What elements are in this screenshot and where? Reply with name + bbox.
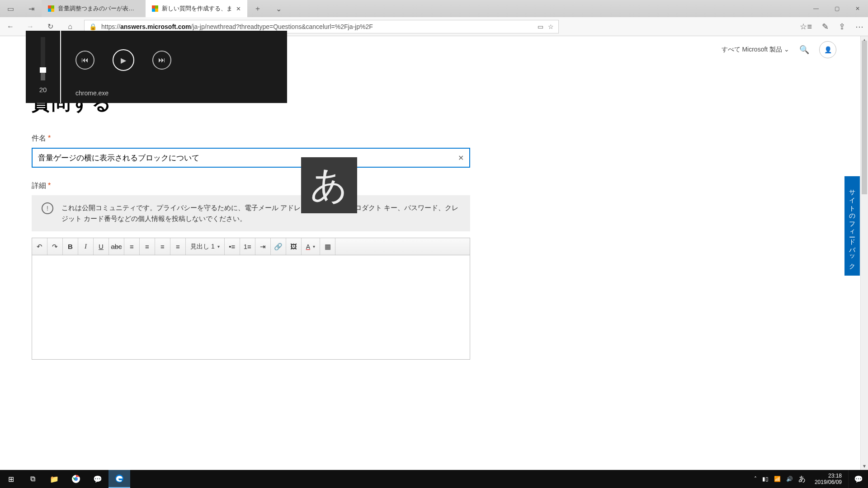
battery-icon[interactable]: ▮▯: [762, 476, 769, 482]
favorite-star-icon[interactable]: ☆: [548, 23, 554, 30]
image-button[interactable]: 🖼: [286, 238, 302, 255]
indent-button[interactable]: ⇥: [255, 238, 271, 255]
tab-close-icon[interactable]: ✕: [236, 5, 241, 12]
task-view-button[interactable]: ⧉: [22, 470, 43, 488]
avatar[interactable]: 👤: [819, 41, 836, 58]
start-button[interactable]: ⊞: [0, 470, 22, 488]
vertical-scrollbar[interactable]: ▲ ▼: [860, 36, 868, 470]
window-titlebar: ▭ ⇥ 音量調整つまみのバーが表示さ 新しい質問を作成する、ま ✕ ＋ ⌄ — …: [0, 0, 868, 17]
back-button[interactable]: ←: [5, 23, 16, 31]
editor-toolbar: ↶ ↷ B I U abc ≡ ≡ ≡ ≡ 見出し 1▾ •≡ 1≡ ⇥ 🔗 🖼…: [32, 238, 470, 255]
undo-button[interactable]: ↶: [32, 238, 47, 255]
info-icon: !: [42, 202, 53, 214]
home-button[interactable]: ⌂: [64, 23, 76, 31]
close-button[interactable]: ✕: [847, 0, 868, 17]
wifi-icon[interactable]: 📶: [774, 476, 781, 482]
tab-preview-icon[interactable]: ▭: [0, 5, 21, 13]
taskbar-clock[interactable]: 23:18 2019/06/09: [811, 473, 845, 486]
refresh-button[interactable]: ↻: [44, 22, 56, 31]
window-controls: — ▢ ✕: [806, 0, 868, 17]
maximize-button[interactable]: ▢: [826, 0, 847, 17]
tray-overflow-icon[interactable]: ˄: [754, 476, 757, 482]
minimize-button[interactable]: —: [806, 0, 826, 17]
media-volume-overlay: 20 ⏮ ▶ ⏭ chrome.exe: [26, 31, 287, 103]
taskbar-explorer-icon[interactable]: 📁: [43, 470, 65, 488]
reading-view-icon[interactable]: ▭: [538, 23, 543, 30]
media-app-name: chrome.exe: [61, 89, 287, 103]
ime-indicator[interactable]: あ: [798, 474, 806, 484]
media-previous-button[interactable]: ⏮: [75, 51, 94, 70]
heading-select[interactable]: 見出し 1▾: [186, 238, 225, 255]
subject-label: 件名*: [32, 134, 836, 143]
taskbar-chrome-icon[interactable]: [65, 470, 87, 488]
bold-button[interactable]: B: [63, 238, 78, 255]
privacy-notice-text: これは公開コミュニティです。プライバシーを守るために、電子メール アドレス、電話…: [61, 202, 460, 224]
tab-title: 音量調整つまみのバーが表示さ: [58, 5, 139, 13]
url-text: https://answers.microsoft.com/ja-jp/newt…: [101, 23, 533, 30]
action-center-button[interactable]: 💬: [848, 470, 868, 488]
favorites-icon[interactable]: ☆≡: [800, 22, 812, 32]
strikethrough-button[interactable]: abc: [109, 238, 124, 255]
align-left-button[interactable]: ≡: [124, 238, 140, 255]
underline-button[interactable]: U: [94, 238, 109, 255]
tab-title: 新しい質問を作成する、ま: [162, 5, 232, 13]
align-justify-button[interactable]: ≡: [170, 238, 186, 255]
share-icon[interactable]: ⇪: [839, 22, 845, 32]
volume-value: 20: [39, 86, 47, 94]
taskbar: ⊞ ⧉ 📁 💬 ˄ ▮▯ 📶 🔊 あ 23:18 2019/06/09 💬: [0, 470, 868, 488]
align-right-button[interactable]: ≡: [155, 238, 170, 255]
link-button[interactable]: 🔗: [271, 238, 286, 255]
clear-input-icon[interactable]: ✕: [458, 154, 464, 162]
site-feedback-tab[interactable]: サイトのフィードバック: [844, 176, 860, 276]
scrollbar-thumb[interactable]: [862, 41, 867, 194]
detail-label: 詳細*: [32, 181, 836, 191]
tabs-dropdown-icon[interactable]: ⌄: [268, 5, 289, 13]
more-icon[interactable]: ⋯: [855, 22, 863, 32]
text-color-button[interactable]: A▾: [302, 238, 320, 255]
editor-body[interactable]: [32, 255, 470, 359]
notes-icon[interactable]: ✎: [822, 22, 829, 32]
redo-button[interactable]: ↷: [47, 238, 63, 255]
volume-icon[interactable]: 🔊: [786, 476, 793, 482]
browser-tab-active[interactable]: 新しい質問を作成する、ま ✕: [146, 0, 247, 17]
taskbar-edge-icon[interactable]: [108, 470, 130, 488]
search-icon[interactable]: 🔍: [799, 45, 809, 55]
subject-input-wrap: ✕: [32, 148, 470, 168]
volume-fill: [41, 72, 45, 80]
table-button[interactable]: ▦: [320, 238, 335, 255]
lock-icon: 🔒: [89, 23, 97, 30]
set-aside-tabs-icon[interactable]: ⇥: [21, 5, 42, 13]
volume-slider[interactable]: [41, 37, 45, 80]
media-next-button[interactable]: ⏭: [152, 51, 171, 70]
subject-input[interactable]: [38, 153, 458, 162]
align-center-button[interactable]: ≡: [140, 238, 155, 255]
ime-mode-indicator: あ: [301, 157, 357, 213]
new-tab-button[interactable]: ＋: [247, 4, 268, 14]
numbered-list-button[interactable]: 1≡: [240, 238, 255, 255]
bullet-list-button[interactable]: •≡: [225, 238, 240, 255]
italic-button[interactable]: I: [78, 238, 94, 255]
ms-favicon-icon: [152, 5, 158, 12]
browser-tab-inactive[interactable]: 音量調整つまみのバーが表示さ: [42, 0, 146, 17]
system-tray: ˄ ▮▯ 📶 🔊 あ 23:18 2019/06/09: [751, 470, 848, 488]
forward-button: →: [24, 23, 36, 31]
scroll-down-icon[interactable]: ▼: [861, 462, 868, 470]
rich-text-editor: ↶ ↷ B I U abc ≡ ≡ ≡ ≡ 見出し 1▾ •≡ 1≡ ⇥ 🔗 🖼…: [32, 238, 470, 360]
media-play-button[interactable]: ▶: [113, 49, 134, 71]
privacy-notice: ! これは公開コミュニティです。プライバシーを守るために、電子メール アドレス、…: [32, 195, 470, 231]
nav-all-products[interactable]: すべて Microsoft 製品 ⌄: [722, 46, 789, 54]
volume-thumb[interactable]: [40, 67, 46, 73]
taskbar-chat-icon[interactable]: 💬: [87, 470, 108, 488]
ms-favicon-icon: [48, 5, 54, 12]
